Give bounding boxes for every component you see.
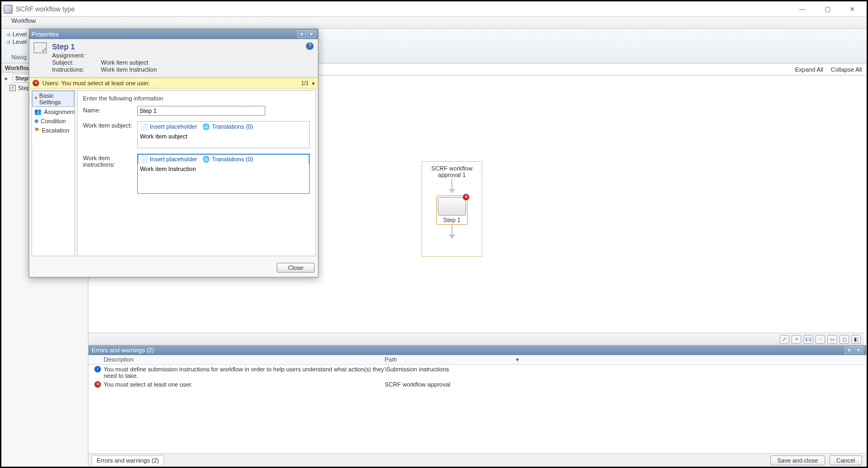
minimize-button[interactable]: — [790,4,814,15]
translations-link[interactable]: 🌐Translations (0) [202,156,253,163]
approval-step-icon [448,203,456,210]
translations-link[interactable]: 🌐Translations (0) [202,123,253,130]
instructions-editor: 📄Insert placeholder 🌐Translations (0) [137,154,310,194]
required-icon: * [35,96,37,102]
zoom-region-button[interactable]: ▭ [827,335,837,344]
globe-icon: 🌐 [202,123,210,130]
errors-panel-header: Errors and warnings (2) ▾ ✕ [88,345,866,355]
expand-all-link[interactable]: Expand All [795,66,824,73]
nav-item-escalation[interactable]: ⚑Escalation [32,125,74,135]
error-row[interactable]: i You must define submission instruction… [88,365,866,380]
errors-panel-menu-button[interactable]: ▾ [845,346,853,354]
instructions-label: Work item instructions: [83,154,137,168]
dialog-titlebar: Properties ▾ ✕ [29,29,318,39]
app-icon [4,5,12,14]
dialog-step-name: Step 1 [52,42,157,51]
properties-dialog: Properties ▾ ✕ Step 1 Assignment: Subjec… [29,29,318,277]
zoom-100-button[interactable]: 1:1 [803,335,813,344]
subject-textarea[interactable] [138,131,309,148]
subject-label: Work item subject: [83,121,137,129]
error-icon: ✕ [33,80,39,86]
dialog-close-button[interactable]: ✕ [307,30,316,38]
flow-arrow-icon [449,225,455,241]
close-window-button[interactable]: ✕ [840,4,864,15]
dialog-inline-error: ✕ Users: You must select at least one us… [29,78,318,88]
zoom-in-button[interactable]: ＋ [792,335,801,344]
dialog-side-nav: *Basic Settings 👥Assignment ◆Condition ⚑… [31,90,75,256]
tab-errors-warnings[interactable]: Errors and warnings (2) [92,456,164,465]
ribbon-tree-item[interactable]: Level [6,31,27,37]
instructions-textarea[interactable] [138,164,309,193]
workflow-group-title: SCRF workflow approval 1 [422,162,482,179]
col-path[interactable]: Path▾ [381,355,522,364]
wf-step-node[interactable]: ✕ Step 1 [436,195,468,225]
zoom-out-button[interactable]: － [815,335,825,344]
ribbon-tree-item[interactable]: Level [6,39,27,45]
errors-panel-close-button[interactable]: ✕ [854,346,863,354]
flow-icon [6,39,12,45]
maximize-button[interactable]: ▢ [815,4,839,15]
ribbon-tab-workflow[interactable]: Workflow [6,17,41,28]
help-icon[interactable]: ? [306,42,314,50]
dialog-header: Step 1 Assignment: Subject:Work item sub… [29,39,318,78]
zoom-page-button[interactable]: ◻ [839,335,849,344]
placeholder-icon: 📄 [141,123,148,130]
approval-step-icon [34,42,47,53]
approval-step-icon [9,85,16,91]
error-row[interactable]: ✕ You must select at least one user. SCR… [88,380,866,389]
zoom-fit-button[interactable]: ⤢ [780,335,789,344]
nav-item-assignment[interactable]: 👥Assignment [32,107,74,116]
titlebar: SCRF workflow type — ▢ ✕ [2,2,866,17]
inline-error-next-button[interactable]: ▾ [312,80,315,86]
node-error-badge-icon: ✕ [463,194,469,200]
user-icon: 👥 [34,108,42,115]
name-input[interactable] [137,106,265,116]
form-section-title: Enter the following information [83,95,310,102]
error-icon: ✕ [94,381,101,388]
flow-icon [6,31,12,37]
dialog-close-button[interactable]: Close [277,263,315,273]
cancel-button[interactable]: Cancel [829,456,862,465]
nav-item-condition[interactable]: ◆Condition [32,116,74,125]
insert-placeholder-link[interactable]: 📄Insert placeholder [141,123,197,130]
window-title: SCRF workflow type [16,5,75,13]
bottom-tabs: Errors and warnings (2) Save and close C… [88,453,866,466]
placeholder-icon: 📄 [141,156,148,163]
name-label: Name: [83,106,137,113]
zoom-toolbar: ⤢ ＋ 1:1 － ▭ ◻ ◧ [88,333,864,345]
inline-error-counter: 1/1 [301,80,309,86]
dropdown-icon[interactable]: ▾ [516,356,519,363]
subject-editor: 📄Insert placeholder 🌐Translations (0) [137,121,310,148]
app-frame: SCRF workflow type — ▢ ✕ Workflow Level … [1,1,867,467]
wf-step-label: Step 1 [438,216,466,223]
insert-placeholder-link[interactable]: 📄Insert placeholder [141,156,197,163]
dialog-dropdown-button[interactable]: ▾ [297,30,306,38]
nav-item-basic-settings[interactable]: *Basic Settings [32,91,74,107]
escalation-icon: ⚑ [34,127,40,134]
collapse-all-link[interactable]: Collapse All [831,66,862,73]
col-description[interactable]: Description [100,355,381,364]
errors-panel: Errors and warnings (2) ▾ ✕ Description … [88,345,866,453]
save-and-close-button[interactable]: Save and close [770,456,825,465]
dialog-footer: Close [29,258,318,277]
condition-icon: ◆ [34,117,39,124]
flow-arrow-icon [449,179,455,195]
zoom-misc-button[interactable]: ◧ [851,335,861,344]
nav-path: Navig [11,52,27,62]
workflow-approval-group[interactable]: SCRF workflow approval 1 ✕ Step 1 [422,161,482,257]
tree-collapse-icon[interactable]: ▸ [5,75,10,82]
globe-icon: 🌐 [202,156,210,163]
dialog-form: Enter the following information Name: Wo… [77,90,316,256]
errors-columns: Description Path▾ [88,355,866,365]
info-icon: i [94,366,101,372]
